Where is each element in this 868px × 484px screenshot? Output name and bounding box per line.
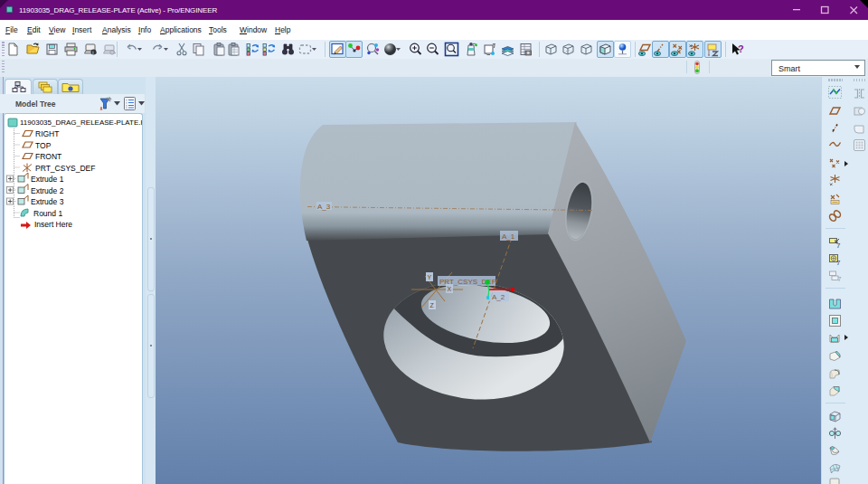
svg-text:X: X <box>448 286 452 292</box>
svg-text:A_1: A_1 <box>502 233 515 241</box>
svg-text:7: 7 <box>836 258 841 266</box>
svg-text:7: 7 <box>836 241 841 249</box>
svg-text:?: ? <box>738 43 744 54</box>
svg-text:Z: Z <box>430 302 435 308</box>
svg-text:i: i <box>92 50 93 55</box>
svg-text:7: 7 <box>838 276 842 282</box>
svg-text:Y: Y <box>428 274 432 280</box>
svg-text:A_3: A_3 <box>317 203 331 211</box>
svg-text:A_2: A_2 <box>492 293 505 301</box>
